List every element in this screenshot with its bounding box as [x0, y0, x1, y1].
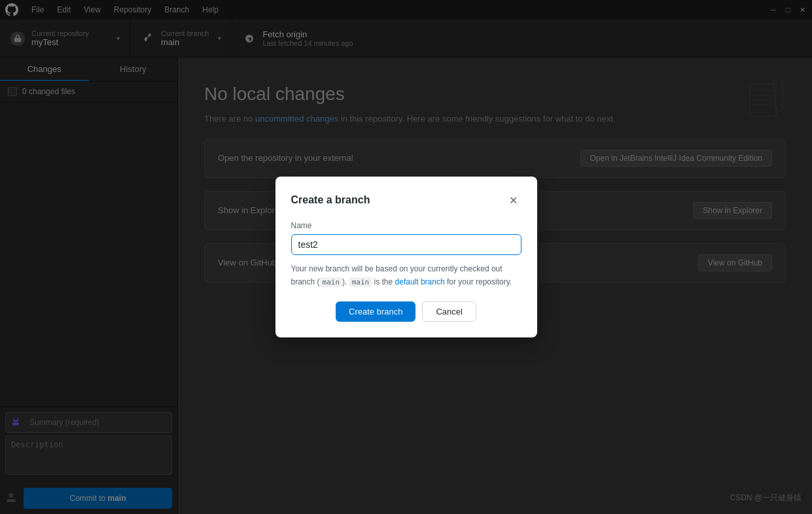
create-branch-button[interactable]: Create branch [336, 301, 415, 322]
branch-name-input[interactable] [291, 234, 521, 255]
cancel-button[interactable]: Cancel [422, 301, 476, 322]
modal-title: Create a branch [291, 194, 370, 206]
modal-close-button[interactable]: ✕ [506, 192, 521, 208]
modal-overlay: Create a branch ✕ Name Your new branch w… [0, 0, 812, 514]
modal-description: Your new branch will be based on your cu… [291, 263, 521, 288]
default-branch-code: main [349, 277, 372, 287]
current-branch-code: main [320, 277, 343, 287]
modal-footer: Create branch Cancel [291, 301, 521, 322]
modal-name-label: Name [291, 221, 521, 230]
default-branch-link[interactable]: default branch [395, 277, 445, 286]
create-branch-modal: Create a branch ✕ Name Your new branch w… [275, 177, 537, 337]
modal-header: Create a branch ✕ [291, 192, 521, 208]
